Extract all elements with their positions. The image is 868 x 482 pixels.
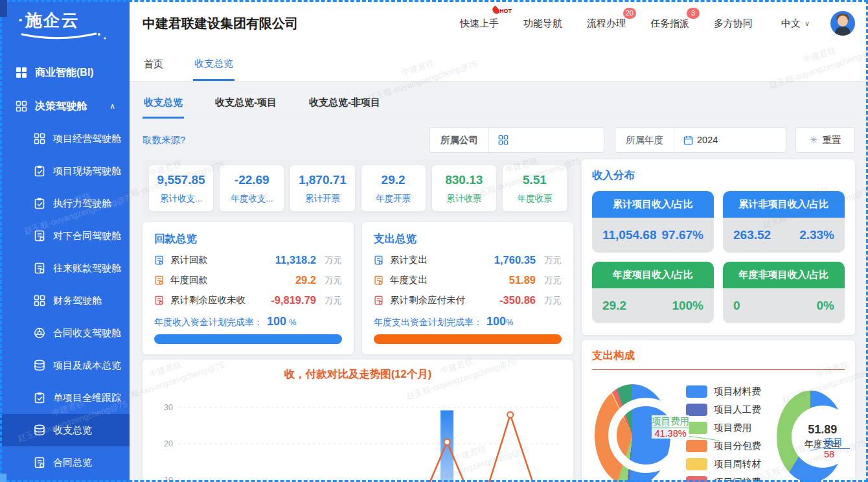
logo-dot: · — [18, 10, 24, 30]
stat-card-cumulative-balance[interactable]: 9,557.85累计收支... — [149, 165, 213, 211]
count-badge: 3 — [687, 8, 700, 19]
app-logo: ·施企云 — [0, 0, 130, 42]
document-icon — [34, 262, 45, 274]
completion-rate: 年度收入资金计划完成率：100 % — [154, 315, 342, 328]
pie-label-project-fee: 项目费用 41.38% — [652, 415, 689, 439]
nav-multi-party[interactable]: 多方协同 — [714, 17, 753, 30]
trend-chart-panel: 收，付款对比及走势图(12个月) 010203011月12月01月02月03月0… — [143, 360, 573, 482]
legend-swatch — [686, 404, 707, 416]
sidebar-item-project-cost[interactable]: 项目及成本总览 — [0, 349, 130, 382]
rate-label: 年度支出资金计划完成率： — [374, 317, 483, 327]
nav-quick-start[interactable]: 快速上手 HOT — [460, 17, 499, 30]
sidebar-item-label: 对下合同驾驶舱 — [53, 230, 121, 242]
year-filter-label: 所属年度 — [615, 128, 674, 152]
stat-card-cumulative-invoiced[interactable]: 1,870.71累计开票 — [290, 165, 354, 211]
sidebar-item-project-site[interactable]: 项目现场驾驶舱 — [0, 155, 130, 187]
company-filter-label: 所属公司 — [430, 128, 489, 152]
right-column: 收入分布 累计项目收入/占比 11,054.6897.67% 累计非项目收入/占… — [582, 159, 855, 482]
stat-value: 5.51 — [505, 173, 564, 187]
row-label: 累计支出 — [390, 254, 494, 266]
income-card-annual-non-project[interactable]: 年度非项目收入/占比 00% — [723, 262, 845, 323]
nav-label: 流程办理 — [587, 17, 626, 29]
income-card-cumulative-non-project[interactable]: 累计非项目收入/占比 263.522.33% — [723, 191, 845, 253]
sidebar-group-label: 决策驾驶舱 — [35, 100, 87, 113]
income-card-cumulative-project[interactable]: 累计项目收入/占比 11,054.6897.67% — [592, 191, 714, 253]
stat-label: 累计开票 — [293, 193, 352, 205]
sidebar-item-single-project-tracking[interactable]: 单项目全维跟踪 — [0, 382, 130, 414]
legend-swatch — [686, 385, 707, 398]
panel-title: 回款总览 — [154, 232, 342, 246]
year-filter[interactable]: 所属年度 2024 — [615, 127, 786, 153]
trend-chart[interactable]: 010203011月12月01月02月03月04月05月06月07月08月09月… — [152, 383, 564, 482]
app-root: ·施企云 商业智能(BI) 决策驾驶舱 ∧ — [0, 0, 868, 482]
company-filter-value[interactable] — [489, 135, 586, 145]
pie-label-text: 项目费用 — [652, 415, 689, 428]
sidebar-item-contract-overview[interactable]: 合同总览 — [0, 446, 130, 479]
hot-badge: HOT — [493, 6, 512, 14]
subtab-project[interactable]: 收支总览-项目 — [214, 90, 278, 119]
nav-function-guide[interactable]: 功能导航 — [523, 17, 562, 30]
reset-button[interactable]: ✳ 重置 — [795, 127, 855, 153]
stat-value: 1,870.71 — [293, 173, 352, 187]
sidebar-item-project-operation[interactable]: 项目经营驾驶舱 — [0, 122, 130, 155]
chevron-down-icon: ∨ — [805, 19, 810, 28]
stat-card-cumulative-received-invoices[interactable]: 830.13累计收票 — [432, 165, 496, 211]
subtab-non-project[interactable]: 收支总览-非项目 — [308, 90, 382, 119]
sidebar-group-decision-cockpit[interactable]: 决策驾驶舱 ∧ — [0, 90, 130, 122]
data-source-link[interactable]: 取数来源? — [143, 134, 185, 146]
stat-value: -22.69 — [222, 173, 281, 187]
language-selector[interactable]: 中文∨ — [781, 17, 810, 30]
sidebar-section-bi[interactable]: 商业智能(BI) — [0, 56, 130, 89]
user-avatar[interactable] — [830, 11, 855, 36]
grid-icon — [34, 133, 45, 144]
mini-card-value: 0 — [733, 299, 740, 313]
sidebar-item-accounts[interactable]: 往来账款驾驶舱 — [0, 252, 130, 284]
document-icon — [154, 275, 164, 286]
stat-card-annual-balance[interactable]: -22.69年度收支... — [220, 165, 284, 211]
legend-item[interactable]: 项目材料费 — [686, 385, 761, 398]
panel-title: 支出构成 — [592, 349, 845, 370]
table-row: 累计剩余应收未收 -9,819.79 万元 — [154, 294, 342, 306]
legend-item[interactable]: 项目间接费 — [686, 476, 761, 482]
mini-card-value: 263.52 — [733, 228, 771, 242]
rate-value: 100 — [486, 315, 506, 328]
company-filter[interactable]: 所属公司 — [429, 127, 604, 153]
stat-card-annual-received-invoices[interactable]: 5.51年度收票 — [503, 165, 567, 211]
tab-home[interactable]: 首页 — [143, 48, 165, 80]
tab-income-expense-overview[interactable]: 收支总览 — [193, 47, 234, 81]
legend-item[interactable]: 项目周转材 — [686, 458, 761, 470]
document-icon — [34, 230, 45, 242]
database-icon — [34, 360, 45, 371]
mini-card-percent: 2.33% — [799, 228, 834, 242]
chart-title: 收，付款对比及走势图(12个月) — [143, 367, 573, 382]
mini-card-percent: 0% — [817, 299, 834, 313]
sidebar-item-label: 项目经营驾驶舱 — [53, 133, 121, 145]
nav-task-assignment[interactable]: 任务指派3 — [650, 17, 689, 30]
document-icon — [374, 275, 383, 286]
sidebar-item-income-expense-overview[interactable]: 收支总览 — [0, 414, 130, 446]
collection-overview-panel: 回款总览 累计回款 11,318.2 万元 年度回款 29.2 万元 — [143, 222, 354, 354]
income-card-annual-project[interactable]: 年度项目收入/占比 29.2100% — [592, 262, 714, 323]
year-value: 2024 — [697, 135, 718, 145]
chevron-up-icon[interactable]: ∧ — [109, 102, 115, 111]
legend-item[interactable]: 项目分包费 — [686, 440, 761, 452]
grid-filled-icon — [16, 67, 27, 78]
sidebar-item-downstream-contract[interactable]: 对下合同驾驶舱 — [0, 220, 130, 252]
count-badge: 20 — [623, 8, 636, 19]
sidebar-item-execution[interactable]: 执行力驾驶舱 — [0, 187, 130, 220]
sidebar-item-finance[interactable]: 财务驾驶舱 — [0, 284, 130, 317]
table-row: 年度回款 29.2 万元 — [154, 274, 342, 286]
subtab-overview[interactable]: 收支总览 — [143, 90, 184, 119]
sidebar-item-label: 往来账款驾驶舱 — [53, 262, 121, 275]
year-filter-value[interactable]: 2024 — [674, 135, 771, 145]
sidebar-item-label: 合同总览 — [53, 457, 92, 469]
document-icon — [374, 295, 383, 306]
expense-overview-panel: 支出总览 累计支出 1,760.35 万元 年度支出 51.89 万元 — [362, 222, 573, 354]
frame-corner-top-left — [0, 0, 7, 17]
sidebar-item-label: 单项目全维跟踪 — [53, 392, 121, 404]
grid-icon — [16, 100, 27, 112]
stat-card-annual-invoiced[interactable]: 29.2年度开票 — [361, 165, 426, 211]
nav-process-handling[interactable]: 流程办理20 — [587, 17, 626, 30]
sidebar-item-contract-income-expense[interactable]: 合同收支驾驶舱 — [0, 317, 130, 349]
legend-item[interactable]: 项目人工费 — [686, 404, 761, 416]
